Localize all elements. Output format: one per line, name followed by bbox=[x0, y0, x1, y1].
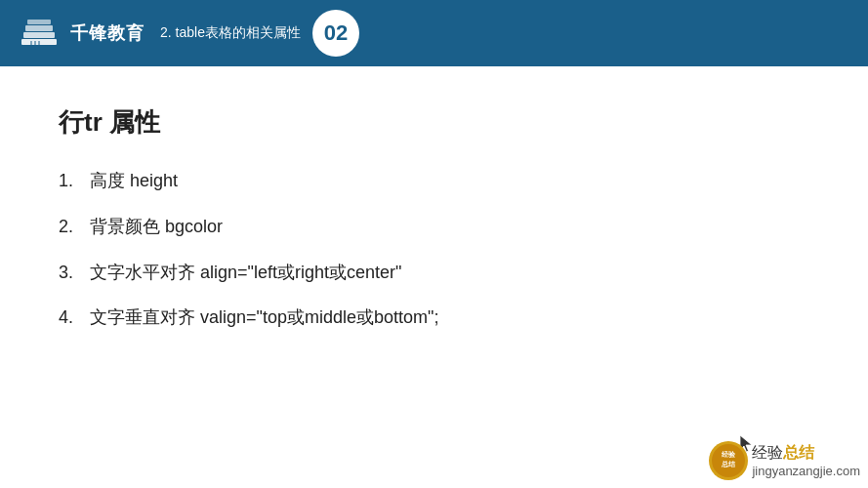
list-item: 1. 高度 height bbox=[59, 167, 809, 195]
list-item: 3. 文字水平对齐 align="left或right或center" bbox=[59, 259, 809, 287]
watermark-url: jingyanzangjie.com bbox=[752, 464, 860, 478]
header: 千锋教育 2. table表格的相关属性 02 bbox=[0, 0, 868, 66]
list-text: 文字水平对齐 align="left或right或center" bbox=[90, 259, 401, 287]
header-subtitle: 2. table表格的相关属性 bbox=[160, 24, 301, 42]
list-text: 文字垂直对齐 valign="top或middle或bottom"; bbox=[90, 304, 438, 332]
watermark: 经验 总结 经验总结 jingyanzangjie.com bbox=[709, 441, 860, 480]
svg-rect-3 bbox=[27, 20, 51, 24]
watermark-icon: 经验 总结 bbox=[709, 441, 748, 480]
attribute-list: 1. 高度 height 2. 背景颜色 bgcolor 3. 文字水平对齐 a… bbox=[59, 167, 809, 332]
list-number: 3. bbox=[59, 259, 90, 287]
slide-badge: 02 bbox=[312, 10, 359, 57]
list-text: 高度 height bbox=[90, 167, 178, 195]
svg-text:总结: 总结 bbox=[721, 460, 736, 468]
list-item: 4. 文字垂直对齐 valign="top或middle或bottom"; bbox=[59, 304, 809, 332]
svg-rect-2 bbox=[25, 25, 53, 31]
logo-area: 千锋教育 2. table表格的相关属性 bbox=[16, 10, 301, 57]
watermark-label: 经验总结 bbox=[752, 443, 860, 464]
main-content: 行tr 属性 1. 高度 height 2. 背景颜色 bgcolor 3. 文… bbox=[0, 66, 868, 488]
section-title: 行tr 属性 bbox=[59, 105, 809, 140]
list-item: 2. 背景颜色 bgcolor bbox=[59, 213, 809, 241]
svg-rect-1 bbox=[23, 32, 55, 38]
svg-text:经验: 经验 bbox=[722, 451, 736, 458]
brand-name: 千锋教育 bbox=[70, 21, 145, 45]
list-text: 背景颜色 bgcolor bbox=[90, 213, 223, 241]
list-number: 4. bbox=[59, 304, 90, 332]
list-number: 1. bbox=[59, 167, 90, 195]
logo-icon bbox=[16, 10, 62, 57]
list-number: 2. bbox=[59, 213, 90, 241]
